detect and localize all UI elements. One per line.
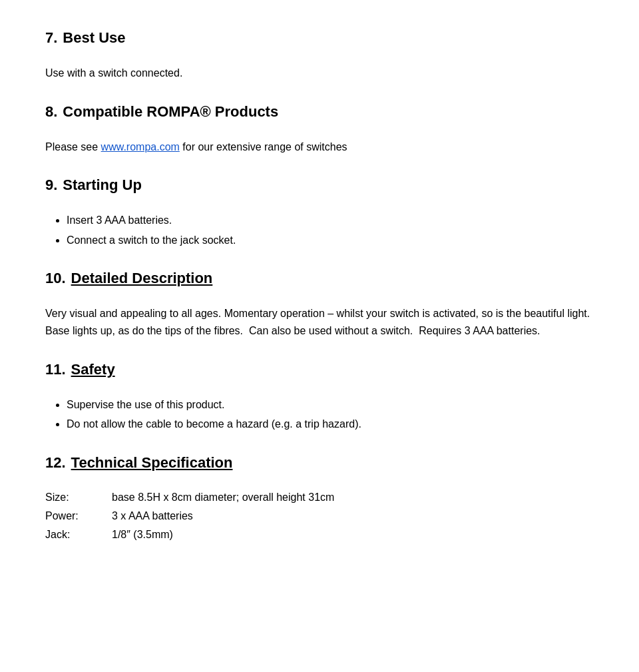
section-starting-up: 9. Starting Up Insert 3 AAA batteries. C… — [45, 174, 594, 248]
spec-label-size: Size: — [45, 490, 112, 505]
list-item: Do not allow the cable to become a hazar… — [67, 416, 594, 433]
section-8-heading: Compatible ROMPA® Products — [63, 101, 278, 123]
section-10-heading: Detailed Description — [71, 267, 213, 289]
section-safety: 11. Safety Supervise the use of this pro… — [45, 358, 594, 433]
section-12-heading: Technical Specification — [71, 452, 233, 474]
section-7-body: Use with a switch connected. — [45, 65, 594, 82]
spec-value-size: base 8.5H x 8cm diameter; overall height… — [112, 490, 594, 505]
section-12-number: 12. — [45, 452, 66, 474]
section-9-number: 9. — [45, 174, 57, 196]
section-8-body: Please see www.rompa.com for our extensi… — [45, 139, 594, 156]
spec-value-jack: 1/8″ (3.5mm) — [112, 527, 594, 543]
section-compatible-products: 8. Compatible ROMPA® Products Please see… — [45, 101, 594, 156]
section-11-number: 11. — [45, 358, 66, 380]
section-7-number: 7. — [45, 27, 57, 49]
section-8-number: 8. — [45, 101, 57, 123]
section-9-heading: Starting Up — [63, 174, 142, 196]
section-technical-specification: 12. Technical Specification Size: base 8… — [45, 452, 594, 543]
list-item: Insert 3 AAA batteries. — [67, 212, 594, 229]
section-10-body: Very visual and appealing to all ages. M… — [45, 305, 594, 339]
section-11-list: Supervise the use of this product. Do no… — [45, 396, 594, 433]
section-11-heading: Safety — [71, 358, 115, 380]
spec-value-power: 3 x AAA batteries — [112, 508, 594, 524]
spec-label-power: Power: — [45, 508, 112, 524]
section-9-list: Insert 3 AAA batteries. Connect a switch… — [45, 212, 594, 248]
list-item: Connect a switch to the jack socket. — [67, 232, 594, 249]
section-detailed-description: 10. Detailed Description Very visual and… — [45, 267, 594, 339]
document-content: 7. Best Use Use with a switch connected.… — [45, 27, 594, 543]
rompa-link[interactable]: www.rompa.com — [101, 141, 180, 153]
section-7-heading: Best Use — [63, 27, 125, 49]
spec-label-jack: Jack: — [45, 527, 112, 543]
section-10-number: 10. — [45, 267, 66, 289]
list-item: Supervise the use of this product. — [67, 396, 594, 414]
spec-table: Size: base 8.5H x 8cm diameter; overall … — [45, 490, 594, 543]
section-best-use: 7. Best Use Use with a switch connected. — [45, 27, 594, 82]
